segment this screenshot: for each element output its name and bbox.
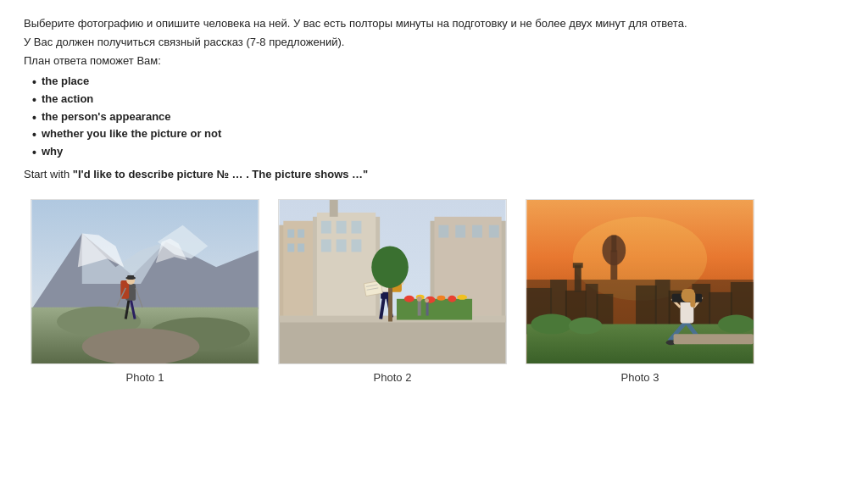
start-prefix: Start with (24, 168, 73, 180)
svg-rect-103 (690, 292, 695, 308)
svg-point-66 (417, 297, 422, 302)
svg-rect-32 (337, 240, 347, 252)
svg-rect-29 (337, 221, 347, 234)
svg-rect-23 (298, 230, 304, 238)
svg-rect-40 (472, 225, 482, 238)
svg-point-89 (531, 314, 572, 335)
svg-rect-42 (279, 318, 505, 363)
photo-item-3: Photo 3 (526, 199, 754, 384)
svg-point-9 (82, 329, 200, 364)
plan-item-4: whether you like the picture or not (32, 127, 844, 144)
plan-item-3: the person's appearance (32, 110, 844, 127)
photo-frame-3 (526, 199, 754, 364)
svg-rect-104 (674, 335, 754, 345)
svg-rect-25 (298, 244, 304, 252)
photo3-image (526, 200, 754, 363)
svg-point-64 (371, 247, 409, 288)
page-container: Выберите фотографию и опишите человека н… (0, 0, 868, 392)
svg-point-50 (457, 295, 467, 300)
svg-point-48 (437, 296, 445, 301)
svg-point-90 (569, 318, 603, 335)
plan-item-1: the place (32, 75, 844, 92)
svg-rect-38 (438, 225, 448, 238)
svg-rect-22 (287, 230, 294, 238)
photo1-image (31, 200, 259, 363)
photo3-label: Photo 3 (621, 371, 659, 384)
instruction-line2: У Вас должен получиться связный рассказ … (24, 34, 844, 51)
svg-rect-30 (352, 221, 362, 234)
photo-item-1: Photo 1 (31, 199, 259, 384)
instruction-line3: План ответа поможет Вам: (24, 53, 844, 69)
svg-point-45 (404, 296, 415, 302)
photo-item-2: Photo 2 (278, 199, 507, 384)
svg-rect-24 (287, 244, 294, 252)
photo2-image (279, 200, 506, 363)
photo1-label: Photo 1 (126, 371, 164, 384)
plan-item-2: the action (32, 92, 844, 109)
plan-item-5: why (32, 145, 844, 162)
svg-rect-67 (426, 302, 429, 316)
svg-rect-33 (352, 240, 362, 252)
photo-frame-2 (278, 199, 507, 364)
svg-rect-41 (489, 225, 499, 238)
start-quote: "I'd like to describe picture № … . The … (73, 168, 368, 180)
plan-list: the place the action the person's appear… (32, 75, 844, 161)
instruction-line1: Выберите фотографию и опишите человека н… (24, 15, 844, 32)
svg-rect-74 (611, 236, 616, 252)
svg-rect-39 (455, 225, 465, 238)
svg-rect-31 (321, 240, 331, 252)
svg-point-49 (448, 296, 456, 302)
start-text: Start with "I'd like to describe picture… (24, 168, 844, 180)
svg-rect-18 (127, 275, 134, 279)
photo-frame-1 (31, 199, 259, 364)
svg-rect-87 (573, 263, 583, 269)
svg-point-68 (425, 299, 429, 303)
photos-section: Photo 1 (24, 199, 844, 384)
svg-rect-65 (418, 301, 421, 316)
svg-rect-28 (321, 221, 331, 234)
instructions-block: Выберите фотографию и опишите человека н… (24, 15, 844, 69)
svg-rect-34 (330, 200, 338, 217)
svg-point-91 (718, 315, 754, 334)
svg-rect-86 (575, 266, 581, 293)
photo2-label: Photo 2 (374, 371, 412, 384)
